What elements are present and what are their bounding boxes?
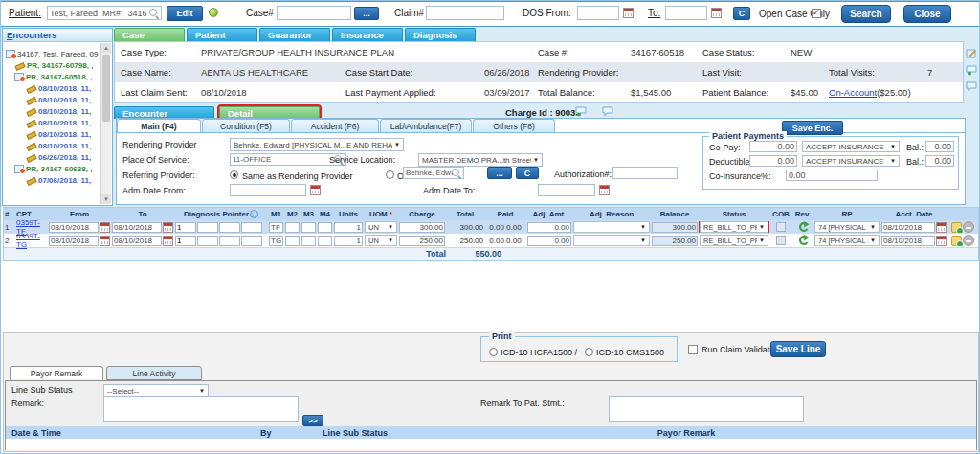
tree-item-case[interactable]: PR, 34167-60518, , bbox=[4, 71, 100, 82]
tab-guarantor[interactable]: Guarantor bbox=[259, 28, 330, 41]
tree-item-visit[interactable]: 08/10/2018, 11, bbox=[4, 82, 100, 94]
diag-pointer-4-input[interactable] bbox=[241, 222, 262, 233]
m4-input[interactable] bbox=[318, 222, 332, 233]
dos-from-input[interactable] bbox=[577, 6, 619, 20]
m4-input[interactable] bbox=[318, 236, 332, 246]
save-line-button[interactable]: Save Line bbox=[770, 341, 826, 357]
dos-to-input[interactable] bbox=[665, 6, 707, 20]
tree-item-visit[interactable]: 08/10/2018, 11, bbox=[4, 94, 100, 105]
charge-input[interactable] bbox=[399, 222, 445, 233]
expand-remark-button[interactable]: >> bbox=[302, 415, 323, 426]
tree-item-patient[interactable]: 34167, Test, Fareed, 09 bbox=[4, 48, 100, 59]
tree-item-case[interactable]: PR, 34167-60638, , bbox=[4, 163, 100, 174]
status-select[interactable]: RE_BILL_TO_PR bbox=[700, 221, 768, 233]
from-date-input[interactable] bbox=[49, 222, 99, 233]
copay-input[interactable] bbox=[749, 141, 797, 152]
charge-line-row[interactable]: 2 0359T-TG UN 250.00 0.00 0.00 RE_BILL_T… bbox=[4, 234, 978, 247]
m1-input[interactable] bbox=[269, 222, 283, 233]
uom-select[interactable]: UN bbox=[365, 235, 397, 246]
rendering-provider-select[interactable]: Behnke, Edward [PHYSICAL M...E AND REHAB… bbox=[230, 138, 404, 151]
reverse-icon[interactable] bbox=[797, 235, 810, 246]
deductible-action-select[interactable]: ACCEPT INSURANCE bbox=[802, 155, 900, 167]
m3-input[interactable] bbox=[301, 236, 316, 246]
remark-to-pat-textarea[interactable] bbox=[609, 396, 804, 422]
subtab-lab-ambulance[interactable]: Lab\Ambulance(F7) bbox=[380, 119, 472, 132]
charge-line-row[interactable]: 1 0359T-TF UN 300.00 0.00 0.00 RE_BILL_T… bbox=[4, 220, 978, 234]
cpt-link[interactable]: 0359T-TG bbox=[16, 232, 47, 249]
from-calendar-icon[interactable] bbox=[100, 236, 110, 246]
m2-input[interactable] bbox=[285, 236, 300, 246]
delete-line-icon[interactable] bbox=[963, 235, 974, 246]
patient-search-icon[interactable] bbox=[149, 9, 159, 18]
adm-from-calendar-icon[interactable] bbox=[310, 185, 321, 195]
add-line-icon[interactable] bbox=[951, 222, 962, 233]
info-icon[interactable] bbox=[250, 210, 258, 218]
edit-button[interactable]: Edit bbox=[167, 6, 203, 21]
acct-calendar-icon[interactable] bbox=[936, 222, 947, 233]
m3-input[interactable] bbox=[301, 222, 316, 233]
run-claim-validation-checkbox[interactable] bbox=[688, 345, 698, 354]
scroll-up-icon[interactable]: ▲ bbox=[101, 43, 111, 53]
tab-insurance[interactable]: Insurance bbox=[332, 28, 403, 41]
tree-item-visit[interactable]: 06/26/2018, 11, bbox=[4, 151, 100, 163]
deductible-bal-input[interactable] bbox=[925, 155, 954, 167]
copay-action-select[interactable]: ACCEPT INSURANCE bbox=[802, 141, 900, 152]
adj-amt-input[interactable] bbox=[527, 222, 571, 233]
rp-select[interactable]: 74 [PHYSICAL MED bbox=[814, 221, 880, 233]
acct-calendar-icon[interactable] bbox=[936, 236, 947, 246]
m1-input[interactable] bbox=[269, 236, 283, 246]
delete-line-icon[interactable] bbox=[963, 221, 974, 233]
scroll-down-icon[interactable]: ▼ bbox=[101, 194, 111, 204]
dos-to-calendar-icon[interactable] bbox=[711, 8, 722, 18]
to-date-input[interactable] bbox=[112, 236, 162, 246]
charge-comment-green-icon[interactable] bbox=[575, 106, 588, 117]
cob-checkbox[interactable] bbox=[776, 236, 786, 245]
outside-referral-radio[interactable] bbox=[386, 170, 394, 179]
adj-amt-input[interactable] bbox=[527, 236, 571, 246]
subtab-main[interactable]: Main (F4) bbox=[117, 119, 201, 132]
case-browse-button[interactable]: ... bbox=[354, 7, 379, 20]
billing-note-shortcut[interactable]: B bbox=[966, 65, 980, 76]
acct-date-input[interactable] bbox=[881, 222, 935, 233]
to-calendar-icon[interactable] bbox=[163, 236, 173, 246]
tab-payor-remark[interactable]: Payor Remark bbox=[10, 366, 103, 380]
to-date-input[interactable] bbox=[112, 222, 162, 233]
referring-search-icon[interactable] bbox=[452, 169, 461, 178]
subtab-others[interactable]: Others (F8) bbox=[473, 119, 555, 132]
units-input[interactable] bbox=[334, 236, 363, 246]
c-button[interactable]: C bbox=[733, 7, 750, 20]
adm-date-to-input[interactable] bbox=[538, 184, 595, 196]
tab-case[interactable]: Case bbox=[114, 28, 185, 41]
tab-line-activity[interactable]: Line Activity bbox=[106, 366, 202, 380]
charge-comment-icon[interactable] bbox=[602, 106, 614, 117]
adm-date-from-input[interactable] bbox=[230, 184, 306, 196]
coinsurance-input[interactable] bbox=[786, 170, 878, 181]
m2-input[interactable] bbox=[285, 222, 300, 233]
patient-input[interactable] bbox=[47, 6, 162, 20]
uom-select[interactable]: UN bbox=[365, 221, 397, 233]
to-calendar-icon[interactable] bbox=[163, 222, 173, 233]
reverse-icon[interactable] bbox=[797, 221, 810, 233]
from-date-input[interactable] bbox=[49, 236, 99, 246]
cms1500-radio[interactable] bbox=[585, 348, 593, 356]
tree-item-visit[interactable]: 08/10/2018, 11, bbox=[4, 105, 100, 117]
view-note-shortcut[interactable]: V bbox=[966, 81, 980, 92]
copay-bal-input[interactable] bbox=[925, 141, 954, 152]
diag-pointer-2-input[interactable] bbox=[197, 222, 218, 233]
acct-date-input[interactable] bbox=[881, 236, 935, 246]
service-location-select[interactable]: MASTER DEMO PRA...th Street-Oakland bbox=[418, 153, 543, 167]
hcfa1500-radio[interactable] bbox=[489, 348, 498, 356]
claim-number-input[interactable] bbox=[426, 6, 504, 20]
diag-pointer-2-input[interactable] bbox=[197, 236, 218, 246]
tree-item-visit[interactable]: 08/10/2018, 11, bbox=[4, 140, 100, 151]
status-select[interactable]: RE_BILL_TO_PR bbox=[700, 235, 768, 246]
charge-input[interactable] bbox=[399, 236, 445, 246]
subtab-condition[interactable]: Condition (F5) bbox=[202, 119, 290, 132]
adj-reason-select[interactable] bbox=[573, 221, 650, 233]
tree-item-visit[interactable]: 08/10/2018, 11, bbox=[4, 117, 100, 128]
subtab-accident[interactable]: Accident (F6) bbox=[291, 119, 379, 132]
from-calendar-icon[interactable] bbox=[100, 222, 110, 233]
dos-from-calendar-icon[interactable] bbox=[623, 8, 634, 18]
search-button[interactable]: Search bbox=[841, 5, 891, 23]
authorization-input[interactable] bbox=[612, 167, 678, 179]
